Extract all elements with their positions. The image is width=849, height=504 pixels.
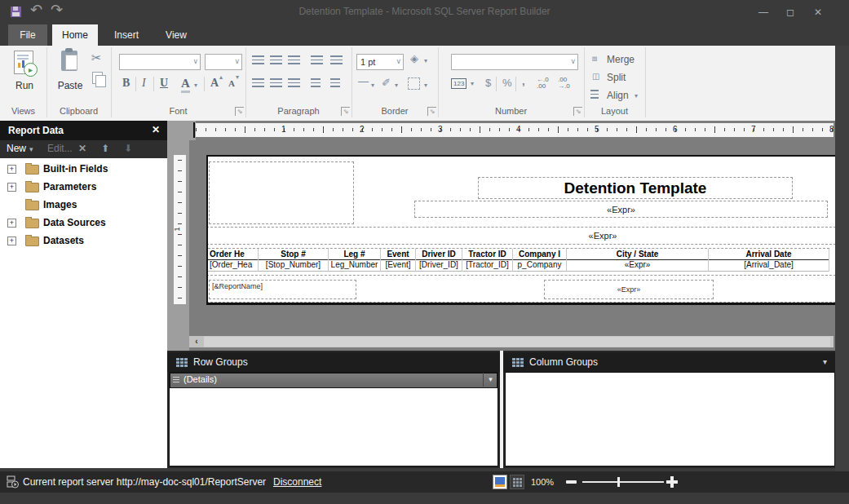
table-column-header[interactable]: Order He [208, 249, 258, 260]
expand-plus-icon[interactable]: + [7, 237, 16, 245]
tree-item-built-in-fields[interactable]: +Built-in Fields [0, 161, 167, 176]
table-column-header[interactable]: Event [381, 249, 415, 260]
table-column[interactable]: Driver ID[Driver_ID] [416, 249, 462, 272]
tree-item-datasets[interactable]: +Datasets [0, 233, 167, 248]
border-line-style-icon[interactable]: — [358, 75, 369, 88]
align-left-icon[interactable] [252, 78, 264, 87]
number-format-select[interactable]: ∨ [451, 54, 578, 70]
align-dropdown-icon[interactable]: ▾ [635, 92, 638, 99]
grow-font-button[interactable]: A [210, 77, 219, 90]
tablix-data-table[interactable]: Order He[Order_HeaStop #[Stop_Number]Leg… [208, 248, 829, 272]
border-color-dropdown-icon[interactable]: ▾ [395, 82, 398, 89]
report-name-textbox[interactable]: [&ReportName] [209, 280, 356, 299]
zoom-out-icon[interactable] [566, 480, 577, 484]
image-placeholder-textbox[interactable] [209, 161, 354, 224]
minimize-icon[interactable]: — [754, 7, 772, 18]
table-column-value[interactable]: [Driver_ID] [416, 260, 462, 272]
report-title-textbox[interactable]: Detention Template [478, 177, 793, 199]
footer-expression-textbox[interactable]: «Expr» [544, 280, 714, 299]
table-column-header[interactable]: City / State [567, 249, 708, 260]
report-page[interactable]: Detention Template «Expr» «Expr» Order H… [206, 155, 835, 305]
number-dialog-launcher-icon[interactable]: ⇘ [573, 107, 582, 116]
column-groups-dropdown-icon[interactable]: ▾ [823, 357, 827, 366]
tab-insert[interactable]: Insert [104, 24, 148, 46]
font-color-dropdown-icon[interactable]: ▾ [194, 82, 197, 89]
align-top-icon[interactable] [252, 55, 264, 64]
table-column-header[interactable]: Stop # [259, 249, 328, 260]
thousands-separator-icon[interactable]: , [522, 75, 525, 88]
decrease-decimals-icon[interactable]: .00→.0 [558, 77, 570, 90]
delete-icon[interactable]: ✕ [78, 143, 86, 154]
table-column[interactable]: City / State«Expr» [567, 249, 709, 272]
merge-button[interactable]: Merge [607, 54, 635, 65]
numbering-icon[interactable] [330, 78, 340, 87]
move-up-icon[interactable]: ⬆ [101, 143, 109, 154]
table-column[interactable]: Leg #Leg_Number [329, 249, 381, 272]
paragraph-dialog-launcher-icon[interactable]: ⇘ [341, 107, 350, 116]
edit-button[interactable]: Edit... [47, 143, 73, 154]
group-item-dropdown-icon[interactable]: ▾ [483, 373, 497, 387]
border-width-select[interactable]: 1 pt ∨ [356, 54, 404, 70]
design-view-icon[interactable] [493, 475, 507, 489]
copy-icon[interactable] [92, 72, 103, 84]
italic-button[interactable]: I [142, 77, 146, 90]
align-bottom-icon[interactable] [288, 55, 300, 64]
maximize-icon[interactable]: ◻ [781, 7, 799, 18]
fill-color-icon[interactable]: ◈ [410, 52, 418, 65]
move-down-icon[interactable]: ⬇ [124, 143, 132, 154]
table-column[interactable]: Tractor ID[Tractor_ID] [462, 249, 513, 272]
scroll-left-icon[interactable]: ‹ [189, 336, 204, 347]
shrink-font-button[interactable]: A [228, 78, 235, 88]
tab-view[interactable]: View [155, 24, 197, 46]
table-column-value[interactable]: [Stop_Number] [259, 260, 328, 272]
panel-close-icon[interactable]: ✕ [152, 124, 160, 135]
align-right-icon[interactable] [288, 78, 300, 87]
table-column-value[interactable]: [Event] [381, 260, 415, 272]
page-footer-section[interactable]: [&ReportName] «Expr» [206, 275, 835, 303]
line-style-dropdown-icon[interactable]: ▾ [371, 82, 374, 89]
expression-textbox-mid[interactable]: «Expr» [206, 227, 835, 245]
font-color-button[interactable]: A [181, 77, 190, 93]
horizontal-scrollbar[interactable]: ‹ [189, 336, 834, 347]
close-icon[interactable]: ✕ [809, 7, 827, 18]
new-button[interactable]: New [7, 143, 26, 154]
row-group-item[interactable]: (Details)▾ [170, 373, 497, 388]
table-column-value[interactable]: p_Company [513, 260, 566, 272]
table-column-value[interactable]: Leg_Number [329, 260, 380, 272]
table-column[interactable]: Event[Event] [381, 249, 416, 272]
table-column[interactable]: Arrival Date[Arrival_Date] [709, 249, 829, 272]
disconnect-link[interactable]: Disconnect [273, 476, 321, 488]
border-dialog-launcher-icon[interactable]: ⇘ [427, 107, 436, 116]
table-column-header[interactable]: Arrival Date [709, 249, 829, 260]
decrease-indent-icon[interactable] [311, 55, 323, 64]
bold-button[interactable]: B [122, 77, 130, 90]
tab-home[interactable]: Home [52, 24, 98, 46]
font-family-select[interactable]: ∨ [119, 54, 201, 70]
expand-plus-icon[interactable]: + [7, 219, 16, 228]
number-format-dropdown-icon[interactable]: ▾ [471, 80, 474, 87]
currency-icon[interactable]: $ [485, 77, 491, 90]
table-column-header[interactable]: Company I [513, 249, 566, 260]
table-column-value[interactable]: «Expr» [567, 260, 708, 272]
table-column-header[interactable]: Leg # [329, 249, 380, 260]
underline-button[interactable]: U [160, 77, 168, 90]
percent-icon[interactable]: % [502, 77, 512, 90]
table-column-header[interactable]: Tractor ID [462, 249, 512, 260]
border-presets-dropdown-icon[interactable]: ▾ [424, 82, 427, 89]
table-column-header[interactable]: Driver ID [416, 249, 462, 260]
table-column[interactable]: Stop #[Stop_Number] [259, 249, 329, 272]
align-middle-icon[interactable] [270, 55, 282, 64]
tree-item-images[interactable]: Images [0, 197, 167, 212]
tree-item-data-sources[interactable]: +Data Sources [0, 215, 167, 230]
font-size-select[interactable]: ∨ [205, 54, 242, 70]
number-format-123-icon[interactable]: 123 [451, 78, 467, 89]
run-view-icon[interactable] [510, 475, 524, 489]
border-color-brush-icon[interactable]: ✐ [382, 77, 391, 90]
expression-textbox-top[interactable]: «Expr» [414, 201, 828, 218]
fill-color-dropdown-icon[interactable]: ▾ [424, 57, 427, 64]
zoom-in-icon[interactable] [666, 480, 678, 484]
expand-plus-icon[interactable]: + [7, 183, 16, 192]
increase-indent-icon[interactable] [330, 55, 343, 64]
zoom-slider[interactable] [582, 481, 664, 483]
font-dialog-launcher-icon[interactable]: ⇘ [235, 107, 244, 116]
